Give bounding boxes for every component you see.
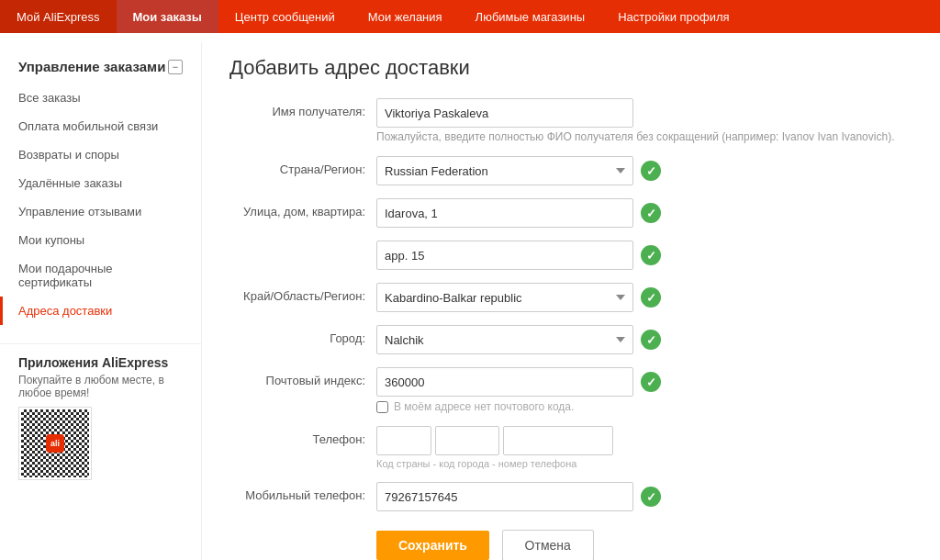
sidebar-item-deleted[interactable]: Удалённые заказы [0, 169, 201, 197]
postal-input[interactable] [376, 367, 633, 397]
name-row: Имя получателя: Пожалуйста, введите полн… [229, 98, 912, 143]
name-field-row [376, 98, 912, 128]
region-label: Край/Область/Регион: [229, 283, 376, 303]
street1-input[interactable] [376, 198, 633, 228]
country-row: Страна/Регион: Russian Federation [229, 156, 912, 185]
city-label: Город: [229, 325, 376, 345]
nav-item-messages[interactable]: Центр сообщений [218, 0, 352, 33]
cancel-button[interactable]: Отмена [502, 530, 594, 560]
collapse-icon[interactable]: − [168, 60, 183, 74]
name-field-wrap: Пожалуйста, введите полностью ФИО получа… [376, 98, 912, 143]
main-content: Добавить адрес доставки Имя получателя: … [202, 42, 940, 560]
phone-hint: Код страны - код города - номер телефона [376, 458, 912, 469]
page-title: Добавить адрес доставки [229, 56, 912, 80]
sidebar-item-coupons[interactable]: Мои купоны [0, 226, 201, 254]
mobile-input[interactable] [376, 482, 633, 511]
top-navigation: Мой AliExpress Мои заказы Центр сообщени… [0, 0, 940, 33]
nav-item-wishlist[interactable]: Мои желания [352, 0, 459, 33]
country-select[interactable]: Russian Federation [376, 156, 633, 185]
mobile-label: Мобильный телефон: [229, 482, 376, 502]
city-check-icon [641, 330, 661, 350]
mobile-check-icon [641, 487, 661, 507]
street2-check-icon [641, 245, 661, 265]
street2-field-wrap [376, 241, 912, 270]
phone-number[interactable] [503, 426, 613, 455]
sidebar-apps-section: Приложения AliExpress Покупайте в любом … [0, 343, 201, 491]
no-postal-row: В моём адресе нет почтового кода. [376, 400, 912, 413]
nav-item-orders[interactable]: Мои заказы [117, 0, 218, 33]
country-field-wrap: Russian Federation [376, 156, 912, 185]
street2-row [229, 241, 912, 270]
city-row: Город: Nalchik [229, 325, 912, 354]
phone-city-code[interactable] [435, 426, 499, 455]
sidebar-apps-subtitle: Покупайте в любом месте, в любое время! [18, 374, 183, 399]
mobile-field-wrap [376, 482, 912, 511]
region-row: Край/Область/Регион: Kabardino-Balkar re… [229, 283, 912, 312]
region-field-wrap: Kabardino-Balkar republic [376, 283, 912, 312]
sidebar-item-all-orders[interactable]: Все заказы [0, 84, 201, 112]
qr-code: ali [18, 407, 92, 480]
name-label: Имя получателя: [229, 98, 376, 118]
region-check-icon [641, 287, 661, 308]
postal-check-icon [641, 372, 661, 392]
nav-item-aliexpress[interactable]: Мой AliExpress [0, 0, 117, 33]
phone-country-code[interactable] [376, 426, 431, 455]
sidebar-item-addresses[interactable]: Адреса доставки [0, 297, 201, 325]
no-postal-label: В моём адресе нет почтового кода. [394, 400, 574, 413]
main-layout: Управление заказами − Все заказы Оплата … [0, 33, 940, 560]
region-field-row: Kabardino-Balkar republic [376, 283, 912, 312]
form-buttons: Сохранить Отмена [376, 530, 912, 560]
postal-label: Почтовый индекс: [229, 367, 376, 387]
street2-field-row [376, 241, 912, 270]
sidebar-apps-title: Приложения AliExpress [18, 355, 183, 370]
street2-label [229, 241, 376, 247]
street-label: Улица, дом, квартира: [229, 198, 376, 218]
phone-field-wrap: Код страны - код города - номер телефона [376, 426, 912, 469]
postal-field-wrap: В моём адресе нет почтового кода. [376, 367, 912, 413]
region-select[interactable]: Kabardino-Balkar republic [376, 283, 633, 312]
city-field-row: Nalchik [376, 325, 912, 354]
postal-row: Почтовый индекс: В моём адресе нет почто… [229, 367, 912, 413]
name-hint: Пожалуйста, введите полностью ФИО получа… [376, 130, 912, 143]
country-field-row: Russian Federation [376, 156, 912, 185]
mobile-row: Мобильный телефон: [229, 482, 912, 511]
sidebar-title-text: Управление заказами [18, 59, 165, 74]
sidebar-title: Управление заказами − [0, 51, 201, 84]
country-check-icon [641, 161, 661, 181]
sidebar-item-reviews[interactable]: Управление отзывами [0, 197, 201, 226]
phone-inputs-group [376, 426, 912, 455]
street1-row: Улица, дом, квартира: [229, 198, 912, 228]
nav-item-settings[interactable]: Настройки профиля [601, 0, 745, 33]
mobile-field-row [376, 482, 912, 511]
save-button[interactable]: Сохранить [376, 531, 489, 560]
aliexpress-logo-icon: ali [46, 434, 64, 453]
nav-item-stores[interactable]: Любимые магазины [459, 0, 602, 33]
street2-input[interactable] [376, 241, 633, 270]
street1-field-row [376, 198, 912, 228]
street1-field-wrap [376, 198, 912, 228]
postal-field-row [376, 367, 912, 397]
no-postal-checkbox[interactable] [376, 401, 388, 413]
sidebar: Управление заказами − Все заказы Оплата … [0, 42, 202, 560]
city-field-wrap: Nalchik [376, 325, 912, 354]
name-input[interactable] [376, 98, 633, 128]
city-select[interactable]: Nalchik [376, 325, 633, 354]
phone-row: Телефон: Код страны - код города - номер… [229, 426, 912, 469]
sidebar-item-returns[interactable]: Возвраты и споры [0, 140, 201, 169]
country-label: Страна/Регион: [229, 156, 376, 176]
sidebar-item-gift-cards[interactable]: Мои подарочные сертификаты [0, 254, 201, 297]
street1-check-icon [641, 203, 661, 223]
sidebar-item-mobile-payment[interactable]: Оплата мобильной связи [0, 112, 201, 140]
phone-label: Телефон: [229, 426, 376, 446]
